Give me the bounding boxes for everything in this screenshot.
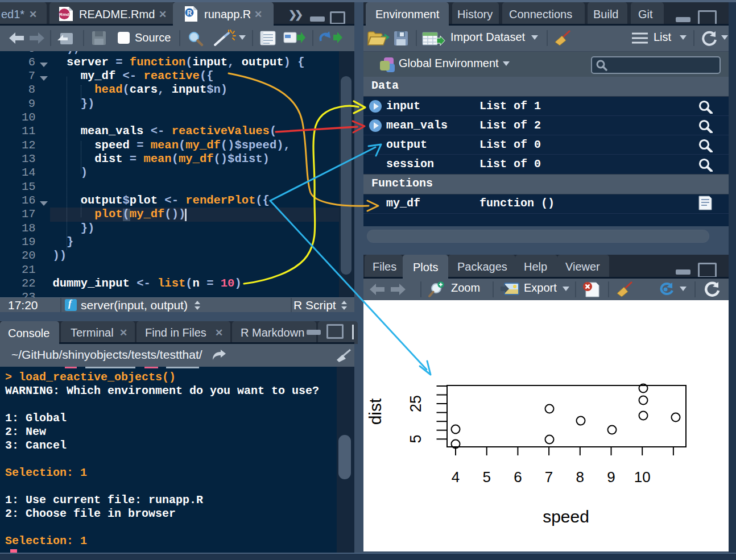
svg-text:Rmd: Rmd [59, 12, 69, 17]
svg-text:R: R [187, 9, 192, 17]
